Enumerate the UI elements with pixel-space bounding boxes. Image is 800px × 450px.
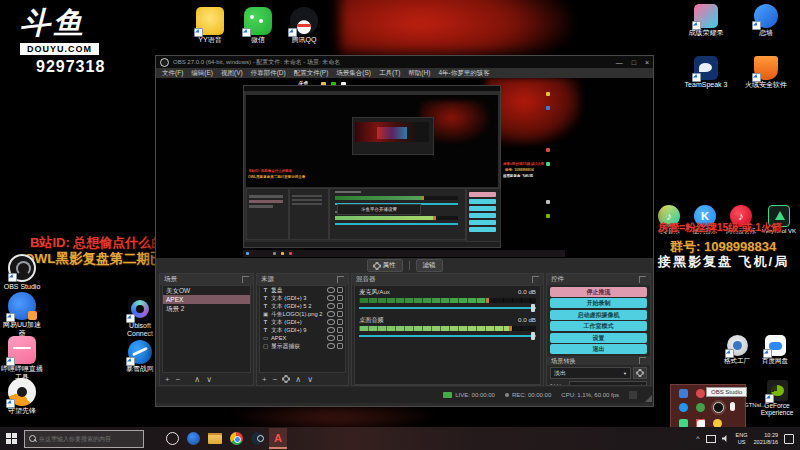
source-down-button[interactable]: ∨ — [307, 375, 313, 384]
steam-icon[interactable] — [251, 432, 264, 445]
dock-pin-icon[interactable] — [639, 276, 646, 283]
minimize-button[interactable]: — — [616, 59, 623, 66]
tray-obs-icon[interactable] — [713, 402, 724, 413]
visibility-eye-icon[interactable] — [327, 343, 335, 349]
start-virtual-camera-button[interactable]: 启动虚拟摄像机 — [550, 310, 647, 320]
lock-icon[interactable] — [337, 295, 343, 301]
properties-button[interactable]: 属性 — [367, 259, 403, 272]
desktop-icon-overwatch[interactable]: 守望先锋 — [0, 378, 44, 415]
chrome-icon[interactable] — [230, 432, 243, 445]
dock-pin-icon[interactable] — [242, 276, 249, 283]
lock-icon[interactable] — [337, 287, 343, 293]
menu-scene-collection[interactable]: 场景集合(S) — [336, 69, 371, 78]
transition-settings-button[interactable] — [633, 367, 647, 379]
lock-icon[interactable] — [337, 319, 343, 325]
menu-view[interactable]: 视图(V) — [221, 69, 243, 78]
desktop-icon-uu[interactable]: 网易UU加速 器 — [0, 292, 44, 337]
search-input[interactable] — [25, 435, 143, 443]
visibility-eye-icon[interactable] — [327, 319, 335, 325]
dock-pin-icon[interactable] — [337, 276, 344, 283]
source-properties-icon[interactable] — [283, 376, 289, 382]
visibility-eye-icon[interactable] — [327, 327, 335, 333]
dock-pin-icon[interactable] — [639, 357, 646, 364]
desktop-icon-bili-tool[interactable]: 哔哩哔哩直播 工具 — [0, 336, 44, 381]
file-explorer-icon[interactable] — [208, 433, 222, 444]
visibility-eye-icon[interactable] — [327, 295, 335, 301]
volume-tray-icon[interactable] — [722, 435, 730, 442]
menu-profile[interactable]: 配置文件(P) — [294, 69, 329, 78]
duration-stepper[interactable]: 300 ms▲▼ — [569, 381, 647, 385]
desktop-icon-obs[interactable]: OBS Studio — [0, 254, 44, 291]
studio-mode-button[interactable]: 工作室模式 — [550, 321, 647, 331]
visibility-eye-icon[interactable] — [327, 311, 335, 317]
desktop-icon-baidu-netdisk[interactable]: 百度网盘 — [754, 335, 796, 364]
obs-titlebar[interactable]: OBS 27.0.0 (64-bit, windows) - 配置文件: 未命名… — [156, 56, 653, 68]
clock[interactable]: 10:29 2021/8/16 — [754, 432, 778, 445]
start-recording-button[interactable]: 开始录制 — [550, 298, 647, 308]
menu-file[interactable]: 文件(F) — [162, 69, 183, 78]
obs-window[interactable]: OBS 27.0.0 (64-bit, windows) - 配置文件: 未命名… — [155, 55, 654, 407]
menu-edit[interactable]: 编辑(E) — [191, 69, 213, 78]
close-button[interactable]: × — [645, 59, 649, 66]
desktop-icon-geforce[interactable]: GeForce Experience — [756, 380, 798, 417]
scene-item[interactable]: 美女OW — [163, 286, 250, 295]
menu-custom[interactable]: 4年-你梦里的骇客 — [438, 69, 489, 78]
tray-mic-icon[interactable] — [730, 402, 735, 411]
add-scene-button[interactable]: + — [165, 375, 170, 384]
lock-icon[interactable] — [337, 343, 343, 349]
mic-volume-slider[interactable] — [359, 304, 536, 312]
tray-app-icon[interactable] — [679, 403, 688, 412]
source-row[interactable]: T文本 (GDI+) 9 — [260, 326, 345, 334]
lock-icon[interactable] — [337, 327, 343, 333]
lock-icon[interactable] — [337, 303, 343, 309]
action-center-icon[interactable] — [784, 434, 794, 444]
scene-up-button[interactable]: ∧ — [194, 375, 200, 384]
resize-grip[interactable] — [645, 395, 652, 402]
language-indicator[interactable]: ENGUS — [736, 432, 748, 445]
tray-app-icon[interactable] — [696, 403, 705, 412]
scenes-list[interactable]: 美女OW APEX 场景 2 — [162, 285, 251, 373]
desktop-icon-wechat[interactable]: 微信 — [236, 7, 280, 44]
scene-down-button[interactable]: ∨ — [206, 375, 212, 384]
desktop-icon-qq[interactable]: 腾讯QQ — [282, 7, 326, 44]
tray-expand-chevron[interactable]: ^ — [696, 435, 699, 442]
edge-icon[interactable] — [187, 432, 200, 445]
tray-app-icon[interactable] — [696, 389, 705, 398]
filters-button[interactable]: 滤镜 — [416, 259, 443, 272]
transition-select[interactable]: 淡出▼ — [550, 367, 631, 379]
remove-source-button[interactable]: − — [273, 375, 278, 384]
desktop-audio-volume-slider[interactable] — [359, 332, 536, 340]
visibility-eye-icon[interactable] — [327, 335, 335, 341]
tray-app-icon[interactable] — [679, 389, 688, 398]
remove-scene-button[interactable]: − — [176, 375, 181, 384]
desktop-icon-yy[interactable]: YY语音 — [188, 7, 232, 44]
scene-item-selected[interactable]: APEX — [163, 295, 250, 304]
menu-docks[interactable]: 停靠部件(D) — [251, 69, 286, 78]
desktop-icon-format-factory[interactable]: 格式工厂 — [716, 335, 758, 364]
maximize-button[interactable]: □ — [632, 59, 636, 66]
desktop-icon-huorong[interactable]: 火绒安全软件 — [744, 56, 788, 89]
menu-tools[interactable]: 工具(T) — [379, 69, 400, 78]
menu-help[interactable]: 帮助(H) — [408, 69, 430, 78]
start-button[interactable] — [0, 427, 22, 450]
settings-button[interactable]: 设置 — [550, 333, 647, 343]
sources-list[interactable]: T复盘 T文本 (GDI+) 3 T文本 (GDI+) 5 2 ▣斗鱼LOGO(… — [259, 285, 346, 373]
obs-preview-canvas[interactable]: 斗鱼 DOUYU.COM 9297318 OBS 27.0.0 (64-bit,… — [156, 78, 653, 258]
desktop-icon-rongyao[interactable]: 成版荣耀果 — [684, 4, 728, 37]
apex-taskbar-icon-active[interactable]: A — [269, 428, 287, 449]
exit-button[interactable]: 退出 — [550, 344, 647, 354]
visibility-eye-icon[interactable] — [327, 303, 335, 309]
lock-icon[interactable] — [337, 335, 343, 341]
dock-pin-icon[interactable] — [532, 276, 539, 283]
lock-icon[interactable] — [337, 311, 343, 317]
desktop-icon-lianqiang[interactable]: 恋墙 — [744, 4, 788, 37]
add-source-button[interactable]: + — [262, 375, 267, 384]
stop-streaming-button[interactable]: 停止推流 — [550, 287, 647, 297]
desktop-icon-teamspeak[interactable]: TeamSpeak 3 — [684, 56, 728, 89]
source-row[interactable]: ▢显示器捕获 — [260, 342, 345, 350]
visibility-eye-icon[interactable] — [327, 287, 335, 293]
taskbar-search[interactable] — [24, 430, 144, 448]
source-up-button[interactable]: ∧ — [295, 375, 301, 384]
cortana-icon[interactable] — [166, 432, 179, 445]
display-tray-icon[interactable] — [706, 435, 716, 443]
